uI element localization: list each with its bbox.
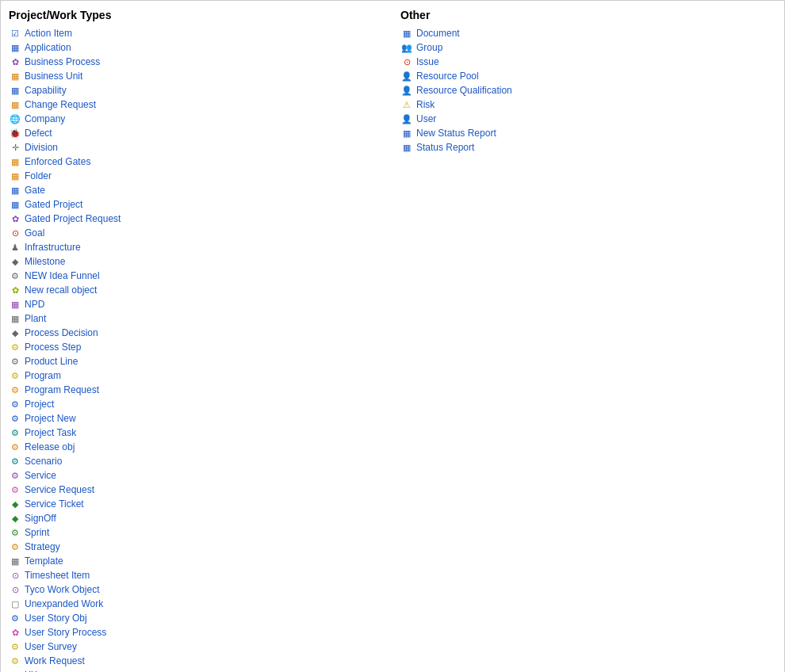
list-item[interactable]: ◆Service Ticket <box>9 497 385 511</box>
list-item[interactable]: ▦Document <box>400 26 776 40</box>
list-item[interactable]: 👥Group <box>400 40 776 55</box>
list-item[interactable]: ▦Plant <box>9 311 385 326</box>
list-item[interactable]: ⚙Project <box>9 397 385 411</box>
list-item[interactable]: ⚠Risk <box>400 97 776 112</box>
list-item[interactable]: ⚙Service Request <box>9 483 385 497</box>
item-link[interactable]: Gated Project Request <box>25 213 121 224</box>
item-link[interactable]: Goal <box>25 227 44 239</box>
list-item[interactable]: ⚙User Survey <box>9 640 385 654</box>
list-item[interactable]: ⚙Product Line <box>9 354 385 368</box>
list-item[interactable]: ▦Gate <box>9 183 385 197</box>
item-link[interactable]: Action Item <box>25 28 72 39</box>
list-item[interactable]: ▦Application <box>9 40 385 55</box>
item-link[interactable]: Division <box>25 142 58 153</box>
item-link[interactable]: Service Request <box>25 484 94 495</box>
list-item[interactable]: ⚙Strategy <box>9 540 385 554</box>
list-item[interactable]: ▦Business Unit <box>9 69 385 83</box>
item-link[interactable]: Project Task <box>25 427 76 438</box>
list-item[interactable]: ▦XX <box>9 668 385 672</box>
list-item[interactable]: ▦NPD <box>9 297 385 311</box>
list-item[interactable]: ⚙Scenario <box>9 454 385 468</box>
item-link[interactable]: Plant <box>25 313 46 324</box>
list-item[interactable]: ☑Action Item <box>9 26 385 40</box>
list-item[interactable]: ▦Capability <box>9 83 385 97</box>
item-link[interactable]: SignOff <box>25 513 56 524</box>
item-link[interactable]: Work Request <box>25 655 85 666</box>
item-link[interactable]: New recall object <box>25 284 97 296</box>
list-item[interactable]: ▦Folder <box>9 169 385 183</box>
item-link[interactable]: Template <box>25 556 63 567</box>
item-link[interactable]: Sprint <box>25 527 49 538</box>
item-link[interactable]: Change Request <box>25 99 96 110</box>
list-item[interactable]: ⚙Service <box>9 468 385 483</box>
list-item[interactable]: 👤Resource Pool <box>400 69 776 83</box>
list-item[interactable]: ▦Gated Project <box>9 197 385 212</box>
item-link[interactable]: Business Process <box>25 56 100 67</box>
list-item[interactable]: ⚙Process Step <box>9 340 385 354</box>
item-link[interactable]: Gated Project <box>25 199 82 210</box>
item-link[interactable]: Project New <box>25 413 76 424</box>
item-link[interactable]: Defect <box>25 128 52 139</box>
item-link[interactable]: NPD <box>25 299 44 310</box>
item-link[interactable]: Scenario <box>25 456 62 467</box>
list-item[interactable]: ◆Milestone <box>9 254 385 269</box>
list-item[interactable]: ▦Enforced Gates <box>9 155 385 169</box>
item-link[interactable]: Risk <box>416 99 435 110</box>
list-item[interactable]: 🐞Defect <box>9 126 385 140</box>
item-link[interactable]: Business Unit <box>25 71 82 82</box>
item-link[interactable]: Service Ticket <box>25 498 84 510</box>
item-link[interactable]: User Story Process <box>25 627 106 638</box>
item-link[interactable]: Milestone <box>25 256 65 267</box>
item-link[interactable]: Status Report <box>416 142 474 153</box>
item-link[interactable]: Application <box>25 42 71 53</box>
list-item[interactable]: ⚙Project New <box>9 411 385 426</box>
list-item[interactable]: ⚙Sprint <box>9 525 385 540</box>
list-item[interactable]: ⊙Goal <box>9 226 385 240</box>
list-item[interactable]: ⚙User Story Obj <box>9 611 385 625</box>
item-link[interactable]: Company <box>25 113 65 124</box>
list-item[interactable]: ⚙NEW Idea Funnel <box>9 269 385 283</box>
item-link[interactable]: Resource Pool <box>416 71 479 82</box>
list-item[interactable]: ▦Template <box>9 554 385 568</box>
list-item[interactable]: ⚙Program Request <box>9 383 385 397</box>
item-link[interactable]: User Survey <box>25 641 77 652</box>
item-link[interactable]: Release obj <box>25 441 75 452</box>
item-link[interactable]: Document <box>416 28 460 39</box>
list-item[interactable]: ✛Division <box>9 140 385 155</box>
item-link[interactable]: Process Decision <box>25 327 98 338</box>
list-item[interactable]: ▦Status Report <box>400 140 776 155</box>
item-link[interactable]: Enforced Gates <box>25 156 90 167</box>
item-link[interactable]: Project <box>25 399 54 410</box>
list-item[interactable]: 👤Resource Qualification <box>400 83 776 97</box>
item-link[interactable]: Product Line <box>25 356 78 367</box>
list-item[interactable]: ⚙Project Task <box>9 426 385 440</box>
item-link[interactable]: Program <box>25 370 61 381</box>
list-item[interactable]: ◆Process Decision <box>9 326 385 340</box>
item-link[interactable]: User <box>416 113 436 124</box>
item-link[interactable]: Strategy <box>25 541 60 552</box>
item-link[interactable]: User Story Obj <box>25 613 87 624</box>
list-item[interactable]: 👤User <box>400 112 776 126</box>
list-item[interactable]: ♟Infrastructure <box>9 240 385 254</box>
list-item[interactable]: ⚙Work Request <box>9 654 385 668</box>
list-item[interactable]: ⊙Tyco Work Object <box>9 582 385 597</box>
item-link[interactable]: Service <box>25 470 56 481</box>
item-link[interactable]: Gate <box>25 185 45 196</box>
item-link[interactable]: New Status Report <box>416 128 496 139</box>
list-item[interactable]: ▦Change Request <box>9 97 385 112</box>
item-link[interactable]: Group <box>416 42 442 53</box>
list-item[interactable]: 🌐Company <box>9 112 385 126</box>
item-link[interactable]: Timesheet Item <box>25 570 90 581</box>
item-link[interactable]: NEW Idea Funnel <box>25 270 100 281</box>
list-item[interactable]: ⚙Program <box>9 368 385 383</box>
item-link[interactable]: Tyco Work Object <box>25 584 99 595</box>
list-item[interactable]: ▦New Status Report <box>400 126 776 140</box>
list-item[interactable]: ✿Business Process <box>9 55 385 69</box>
item-link[interactable]: Issue <box>416 56 439 67</box>
list-item[interactable]: ⊙Issue <box>400 55 776 69</box>
list-item[interactable]: ▢Unexpanded Work <box>9 597 385 611</box>
list-item[interactable]: ⚙Release obj <box>9 440 385 454</box>
item-link[interactable]: Resource Qualification <box>416 85 512 96</box>
item-link[interactable]: Process Step <box>25 342 81 353</box>
item-link[interactable]: Infrastructure <box>25 242 81 253</box>
